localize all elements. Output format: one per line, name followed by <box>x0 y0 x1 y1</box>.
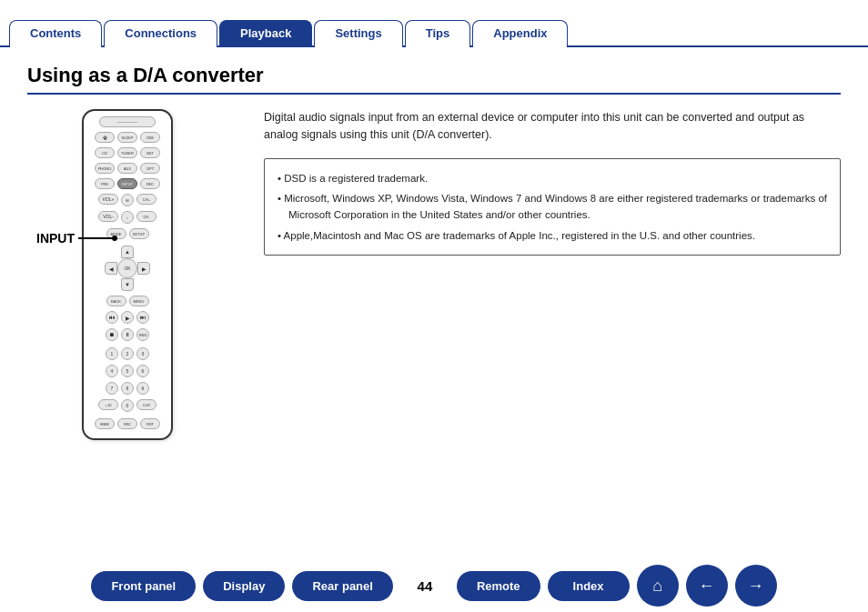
rmt-sleep[interactable]: SLEEP <box>117 132 137 143</box>
main-content: Using as a D/A converter INPUT ──────── <box>0 47 868 449</box>
front-panel-button[interactable]: Front panel <box>91 571 196 601</box>
remote-body: ──────── ⏻ SLEEP DIM CD TUNER NET <box>82 109 173 440</box>
content-area: INPUT ──────── ⏻ SLEEP D <box>27 109 841 440</box>
input-arrow <box>78 236 117 241</box>
rmt-optical[interactable]: OPT <box>140 163 160 174</box>
rmt-input[interactable]: INPUT <box>117 178 137 189</box>
rmt-stop[interactable]: ⏹ <box>106 328 118 341</box>
top-navigation: Contents Connections Playback Settings T… <box>0 0 868 47</box>
display-button[interactable]: Display <box>203 571 285 601</box>
rmt-dpad-left[interactable]: ◀ <box>105 262 117 275</box>
input-label: INPUT <box>36 231 117 246</box>
rmt-9[interactable]: 9 <box>136 382 149 395</box>
rmt-3[interactable]: 3 <box>136 347 149 360</box>
rmt-4[interactable]: 4 <box>106 365 118 377</box>
rear-panel-button[interactable]: Rear panel <box>292 571 392 601</box>
tab-contents[interactable]: Contents <box>9 20 102 47</box>
rmt-prev-track[interactable]: ⏮ <box>106 311 118 324</box>
home-button[interactable]: ⌂ <box>637 565 679 607</box>
rmt-info[interactable]: i <box>121 211 134 224</box>
rmt-next-track[interactable]: ⏭ <box>136 311 149 324</box>
rmt-menu[interactable]: MENU <box>129 296 149 306</box>
tab-tips[interactable]: Tips <box>405 20 471 47</box>
rmt-plus10[interactable]: +10 <box>98 399 118 410</box>
rmt-1[interactable]: 1 <box>106 347 118 360</box>
page-number: 44 <box>411 578 439 594</box>
tab-appendix[interactable]: Appendix <box>472 20 568 47</box>
rmt-back[interactable]: BACK <box>106 296 126 306</box>
info-bullet-2: • Microsoft, Windows XP, Windows Vista, … <box>278 190 827 224</box>
rmt-cd[interactable]: CD <box>95 147 115 158</box>
forward-button[interactable]: → <box>735 565 777 607</box>
rmt-5[interactable]: 5 <box>121 365 134 377</box>
rmt-dimmer[interactable]: DIM <box>140 132 160 143</box>
tab-connections[interactable]: Connections <box>104 20 217 47</box>
rmt-power[interactable]: ⏻ <box>95 132 115 143</box>
tab-playback[interactable]: Playback <box>219 20 312 47</box>
rmt-play[interactable]: ▶ <box>121 311 134 324</box>
rmt-0[interactable]: 0 <box>121 399 134 412</box>
rmt-mute[interactable]: M <box>121 194 134 206</box>
rmt-vol-up[interactable]: VOL+ <box>98 194 118 205</box>
remote-image: ──────── ⏻ SLEEP DIM CD TUNER NET <box>82 109 237 440</box>
tab-settings[interactable]: Settings <box>314 20 402 47</box>
rmt-6[interactable]: 6 <box>136 365 149 377</box>
rmt-memory[interactable]: MEM <box>95 418 115 429</box>
rmt-dpad-up[interactable]: ▲ <box>121 246 134 258</box>
back-button[interactable]: ← <box>686 565 728 607</box>
description-text: Digital audio signals input from an exte… <box>264 109 841 144</box>
rmt-dpad-right[interactable]: ▶ <box>137 262 150 275</box>
rmt-pause[interactable]: ⏸ <box>121 328 134 341</box>
info-box: • DSD is a registered trademark. • Micro… <box>264 158 841 256</box>
rmt-tuner[interactable]: TUNER <box>117 147 137 158</box>
rmt-prev[interactable]: PRE <box>95 178 115 189</box>
info-bullet-1: • DSD is a registered trademark. <box>278 170 827 186</box>
rmt-7[interactable]: 7 <box>106 382 118 395</box>
rmt-setup[interactable]: SETUP <box>129 228 149 239</box>
index-button[interactable]: Index <box>548 571 630 601</box>
remote-button[interactable]: Remote <box>457 571 540 601</box>
rmt-search[interactable]: SRC <box>117 418 137 429</box>
rmt-rec[interactable]: REC <box>140 178 160 189</box>
rmt-btn-1[interactable]: ──────── <box>99 116 156 127</box>
remote-area: INPUT ──────── ⏻ SLEEP D <box>27 109 237 440</box>
rmt-vol-dn[interactable]: VOL- <box>98 211 118 222</box>
rmt-clear[interactable]: CLR <box>136 399 156 410</box>
rmt-ch-dn[interactable]: CH- <box>136 211 156 222</box>
rmt-aux[interactable]: AUX <box>117 163 137 174</box>
rmt-reset[interactable]: RST <box>140 418 160 429</box>
info-bullet-3: • Apple,Macintosh and Mac OS are tradema… <box>278 227 827 244</box>
page-title: Using as a D/A converter <box>27 64 841 95</box>
right-text: Digital audio signals input from an exte… <box>264 109 841 440</box>
rmt-phono[interactable]: PHONO <box>95 163 115 174</box>
rmt-2[interactable]: 2 <box>121 347 134 360</box>
rmt-dpad-down[interactable]: ▼ <box>121 278 134 291</box>
rmt-random[interactable]: RND <box>136 328 149 341</box>
rmt-dpad: ▲ ▼ ◀ ▶ OK <box>105 246 150 291</box>
rmt-ch-up[interactable]: CH+ <box>136 194 156 205</box>
rmt-dpad-center[interactable]: OK <box>117 258 137 278</box>
input-text: INPUT <box>36 231 75 246</box>
rmt-network[interactable]: NET <box>140 147 160 158</box>
bottom-navigation: Front panel Display Rear panel 44 Remote… <box>0 559 868 612</box>
rmt-8[interactable]: 8 <box>121 382 134 395</box>
